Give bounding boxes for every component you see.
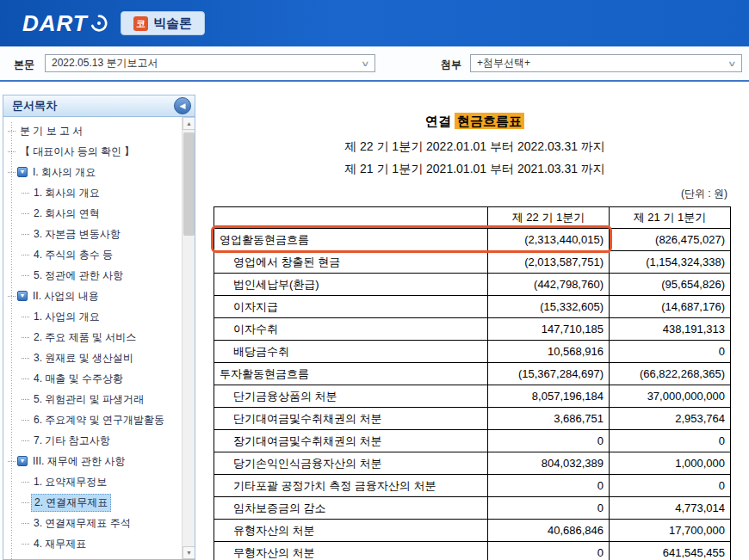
table-row: 당기손익인식금융자산의 처분804,032,3891,000,000: [214, 452, 731, 475]
sidebar-item[interactable]: 3. 연결재무제표 주석: [8, 513, 181, 533]
sidebar-item[interactable]: 5. 정관에 관한 사항: [8, 265, 181, 286]
tree-connector: [8, 461, 15, 462]
expand-icon[interactable]: ▼: [17, 456, 28, 466]
value-21-cell: 17,700,000: [610, 520, 731, 542]
sidebar-item[interactable]: 분 기 보 고 서: [8, 120, 181, 141]
left-arrow-icon: ◀: [180, 102, 186, 110]
sidebar-item[interactable]: 5. 재무제표 주석: [8, 554, 181, 559]
sidebar-item[interactable]: 2. 연결재무제표: [8, 492, 181, 513]
scroll-up-button[interactable]: ▲: [183, 117, 195, 130]
period-block: 제 22 기 1분기 2022.01.01 부터 2022.03.31 까지 제…: [201, 135, 749, 180]
tree-connector: [22, 399, 29, 400]
header-blank-cell: [214, 207, 488, 229]
sidebar-item-label: 6. 주요계약 및 연구개발활동: [31, 412, 167, 428]
value-21-cell: 641,545,455: [610, 542, 731, 560]
value-21-cell: 4,773,014: [610, 497, 731, 520]
document-version-dropdown[interactable]: 2022.05.13 분기보고서 ∨: [45, 54, 375, 72]
table-row: 배당금수취10,568,9160: [214, 341, 731, 363]
attachment-value: +첨부선택+: [477, 56, 530, 71]
tree-connector: [22, 440, 29, 441]
tree-connector: [22, 378, 29, 379]
value-21-cell: 0: [610, 430, 731, 452]
scrollbar-thumb[interactable]: [183, 132, 195, 236]
tree-connector: [22, 213, 29, 214]
value-22-cell: (442,798,760): [488, 274, 610, 296]
tree-connector: [22, 502, 29, 503]
tree-connector: [22, 275, 29, 276]
sidebar-item[interactable]: 6. 주요계약 및 연구개발활동: [8, 409, 181, 430]
value-22-cell: 804,032,389: [488, 452, 610, 475]
header-period21-cell: 제 21 기 1분기: [610, 207, 731, 229]
dart-logo[interactable]: DART: [22, 10, 108, 37]
sidebar-item[interactable]: ▼I. 회사의 개요: [8, 162, 181, 182]
header-period22-cell: 제 22 기 1분기: [488, 207, 610, 229]
expand-icon[interactable]: ▼: [17, 167, 28, 177]
table-row: 투자활동현금흐름(15,367,284,697)(66,822,268,365): [214, 363, 731, 385]
row-label-cell: 법인세납부(환급): [214, 274, 488, 296]
tree-connector: [22, 317, 29, 317]
table-row: 유형자산의 처분40,686,84617,700,000: [214, 520, 731, 542]
tree-connector: [22, 358, 29, 359]
value-21-cell: (66,822,268,365): [610, 363, 731, 385]
value-21-cell: 1,000,000: [610, 452, 731, 475]
sidebar-item[interactable]: ▼II. 사업의 내용: [8, 286, 181, 306]
sidebar-item[interactable]: 1. 사업의 개요: [8, 306, 181, 327]
value-21-cell: 0: [610, 341, 731, 363]
sidebar-item-label: 4. 매출 및 수주상황: [31, 371, 126, 387]
chevron-down-icon: ∨: [727, 59, 737, 68]
tree-connector: [8, 296, 15, 297]
sidebar-item[interactable]: 1. 요약재무정보: [8, 471, 181, 492]
scroll-down-button[interactable]: ▼: [183, 546, 195, 559]
value-21-cell: 2,953,764: [610, 408, 731, 430]
period-line-21: 제 21 기 1분기 2021.01.01 부터 2021.03.31 까지: [201, 157, 749, 180]
dart-logo-text: DART: [22, 10, 88, 37]
sidebar-item-label: 7. 기타 참고사항: [31, 433, 113, 449]
sidebar-item-label: 5. 재무제표 주석: [31, 557, 113, 560]
unit-note: (단위 : 원): [201, 187, 727, 201]
sidebar-item[interactable]: ▼III. 재무에 관한 사항: [8, 451, 181, 471]
sidebar-item-label: 1. 사업의 개요: [31, 309, 102, 325]
sidebar-item[interactable]: 7. 기타 참고사항: [8, 430, 181, 451]
sidebar-item[interactable]: 4. 재무제표: [8, 533, 181, 554]
table-row: 임차보증금의 감소04,773,014: [214, 497, 731, 520]
document-toolbar: 본문 2022.05.13 분기보고서 ∨ 첨부 +첨부선택+ ∨: [0, 46, 749, 82]
sidebar-item[interactable]: 4. 매출 및 수주상황: [8, 368, 181, 389]
cashflow-table-wrap: 제 22 기 1분기 제 21 기 1분기 영업활동현금흐름(2,313,440…: [214, 206, 730, 560]
sidebar-item[interactable]: 3. 원재료 및 생산설비: [8, 348, 181, 368]
row-label-cell: 영업활동현금흐름: [214, 229, 488, 251]
table-row: 영업활동현금흐름(2,313,440,015)(826,475,027): [214, 229, 731, 251]
statement-title: 연결 현금흐름표: [201, 114, 749, 130]
sidebar-item[interactable]: 【 대표이사 등의 확인 】: [8, 141, 181, 162]
sidebar-item[interactable]: 3. 자본금 변동사항: [8, 224, 181, 244]
tree-connector: [22, 337, 29, 338]
document-toc-sidebar: 문서목차 ◀ 분 기 보 고 서【 대표이사 등의 확인 】▼I. 회사의 개요…: [3, 95, 195, 560]
top-header: DART 코 빅솔론: [0, 0, 749, 46]
row-label-cell: 단기대여금및수취채권의 처분: [214, 408, 488, 430]
sidebar-item[interactable]: 5. 위험관리 및 파생거래: [8, 389, 181, 409]
attachment-dropdown[interactable]: +첨부선택+ ∨: [470, 54, 742, 72]
value-21-cell: (14,687,176): [610, 296, 731, 318]
sidebar-item-label: I. 회사의 개요: [30, 164, 98, 181]
period-line-22: 제 22 기 1분기 2022.01.01 부터 2022.03.31 까지: [201, 135, 749, 157]
doc-tree: 분 기 보 고 서【 대표이사 등의 확인 】▼I. 회사의 개요1. 회사의 …: [8, 120, 181, 559]
company-panel: 코 빅솔론: [121, 11, 205, 35]
expand-icon[interactable]: ▼: [17, 291, 28, 301]
sidebar-item[interactable]: 2. 주요 제품 및 서비스: [8, 327, 181, 348]
value-21-cell: (95,654,826): [610, 274, 731, 296]
cashflow-table: 제 22 기 1분기 제 21 기 1분기 영업활동현금흐름(2,313,440…: [214, 206, 731, 560]
sidebar-collapse-button[interactable]: ◀: [174, 97, 191, 114]
sidebar-scrollbar[interactable]: ▲ ▼: [182, 117, 195, 559]
row-label-cell: 배당금수취: [214, 341, 488, 363]
table-row: 단기대여금및수취채권의 처분3,686,7512,953,764: [214, 408, 731, 430]
table-header-row: 제 22 기 1분기 제 21 기 1분기: [214, 207, 731, 229]
sidebar-item-label: 3. 자본금 변동사항: [31, 226, 123, 243]
value-22-cell: 3,686,751: [488, 408, 610, 430]
row-label-cell: 무형자산의 처분: [214, 542, 488, 560]
tree-connector: [22, 482, 29, 483]
sidebar-item[interactable]: 4. 주식의 총수 등: [8, 244, 181, 265]
sidebar-item[interactable]: 2. 회사의 연혁: [8, 203, 181, 224]
tree-connector: [22, 420, 29, 421]
doc-select-label: 본문: [14, 58, 34, 72]
sidebar-item[interactable]: 1. 회사의 개요: [8, 182, 181, 203]
sidebar-item-label: II. 사업의 내용: [30, 288, 102, 305]
